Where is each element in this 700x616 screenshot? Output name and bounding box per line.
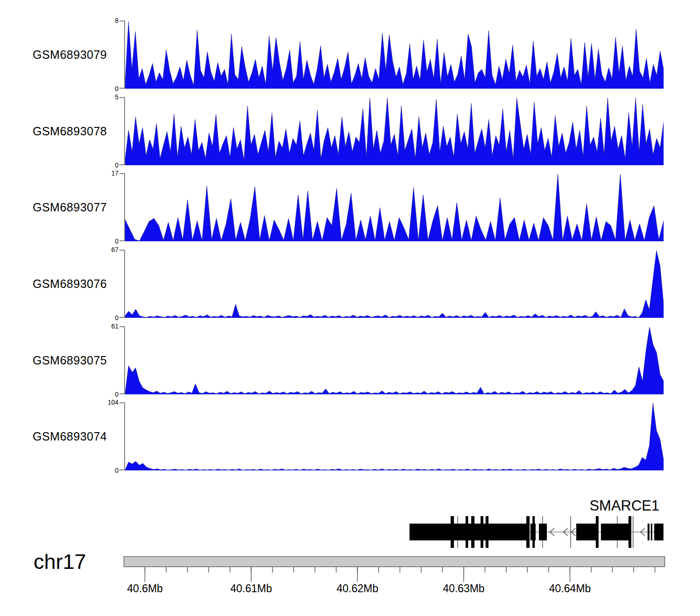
track-label: GSM6893075 <box>33 354 107 367</box>
genome-axis-ruler: 40.6Mb40.61Mb40.62Mb40.63Mb40.64Mb <box>0 556 700 601</box>
svg-text:40.62Mb: 40.62Mb <box>336 582 378 595</box>
svg-text:40.63Mb: 40.63Mb <box>443 582 485 595</box>
signal-track-3: GSM6893077 17 0 <box>0 173 700 241</box>
y-axis-zero-label: 0 <box>0 85 119 92</box>
y-axis-max-label: 17 <box>0 170 119 176</box>
y-axis-max-label: 5 <box>0 94 119 100</box>
y-axis-top-tick <box>119 173 124 174</box>
y-axis-top-tick <box>119 97 124 98</box>
signal-track-4: GSM6893076 67 0 <box>0 250 700 318</box>
signal-area-chart <box>125 402 664 470</box>
y-axis-bottom-tick <box>119 88 124 89</box>
svg-text:40.61Mb: 40.61Mb <box>230 582 272 595</box>
signal-area-chart <box>125 21 664 89</box>
y-axis-bottom-tick <box>119 317 124 318</box>
y-axis-max-label: 61 <box>0 323 119 329</box>
y-axis-top-tick <box>119 402 124 403</box>
genome-tracks-figure: GSM6893079 8 0 GSM6893078 5 0 GSM6893077… <box>0 0 700 616</box>
y-axis-top-tick <box>119 326 124 327</box>
y-axis-zero-label: 0 <box>0 162 119 168</box>
y-axis-max-label: 8 <box>0 17 119 24</box>
track-label: GSM6893076 <box>33 277 107 291</box>
y-axis-bottom-tick <box>119 469 124 470</box>
track-label: GSM6893078 <box>33 125 107 138</box>
signal-track-2: GSM6893078 5 0 <box>0 97 700 165</box>
svg-text:40.6Mb: 40.6Mb <box>127 582 163 595</box>
y-axis-max-label: 104 <box>0 399 119 406</box>
signal-area-chart <box>125 97 664 165</box>
track-label: GSM6893077 <box>33 201 107 214</box>
y-axis-zero-label: 0 <box>0 315 119 321</box>
track-label: GSM6893074 <box>33 430 107 443</box>
signal-area-chart <box>125 326 664 394</box>
y-axis-max-label: 67 <box>0 246 119 253</box>
gene-model-track <box>0 513 700 551</box>
signal-area-chart <box>125 173 664 241</box>
track-label: GSM6893079 <box>33 48 107 62</box>
svg-text:40.64Mb: 40.64Mb <box>549 582 591 595</box>
y-axis-bottom-tick <box>119 240 124 241</box>
y-axis-bottom-tick <box>119 393 124 394</box>
signal-track-6: GSM6893074 104 0 <box>0 402 700 470</box>
y-axis-zero-label: 0 <box>0 391 119 398</box>
gene-name-label: SMARCE1 <box>589 497 659 514</box>
y-axis-bottom-tick <box>119 164 124 165</box>
signal-track-1: GSM6893079 8 0 <box>0 21 700 89</box>
signal-track-5: GSM6893075 61 0 <box>0 326 700 394</box>
signal-area-chart <box>125 250 664 318</box>
y-axis-top-tick <box>119 250 124 251</box>
y-axis-zero-label: 0 <box>0 467 119 474</box>
y-axis-zero-label: 0 <box>0 238 119 245</box>
y-axis-top-tick <box>119 21 124 21</box>
